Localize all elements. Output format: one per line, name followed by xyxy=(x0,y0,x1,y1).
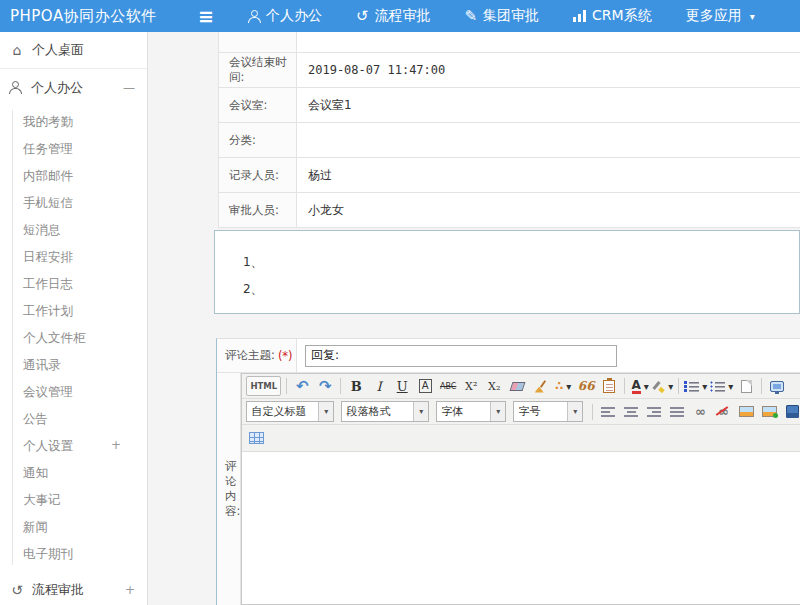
sidebar-item-announcement[interactable]: 公告 xyxy=(0,405,147,432)
sidebar-item-mobile-sms[interactable]: 手机短信 xyxy=(0,189,147,216)
sidebar-item-e-journal[interactable]: 电子期刊 xyxy=(0,540,147,567)
align-right-button[interactable] xyxy=(644,402,664,422)
sidebar-item-work-log[interactable]: 工作日志 xyxy=(0,270,147,297)
html-source-button[interactable]: HTML xyxy=(246,376,281,396)
unordered-list-button[interactable]: ▾ xyxy=(710,376,733,396)
sidebar-item-major-events[interactable]: 大事记 xyxy=(0,486,147,513)
insert-media-button[interactable] xyxy=(782,402,800,422)
sidebar-item-label: 个人办公 xyxy=(31,79,83,97)
nav-label: CRM系统 xyxy=(592,7,652,25)
sidebar-item-personal-office[interactable]: 个人办公 — xyxy=(0,69,147,106)
sidebar-item-notice[interactable]: 通知 xyxy=(0,459,147,486)
sidebar-item-news[interactable]: 新闻 xyxy=(0,513,147,540)
sidebar-item-personal-settings[interactable]: 个人设置 + xyxy=(0,432,147,459)
sidebar-item-contacts[interactable]: 通讯录 xyxy=(0,351,147,378)
font-family-select[interactable]: 字体 ▾ xyxy=(436,401,506,422)
font-size-select[interactable]: 字号 ▾ xyxy=(513,401,583,422)
format-painter-button[interactable]: ∴▾ xyxy=(553,376,573,396)
insert-image-button[interactable] xyxy=(736,402,756,422)
sidebar-item-schedule[interactable]: 日程安排 xyxy=(0,243,147,270)
insert-link-button[interactable]: ∞ xyxy=(690,402,710,422)
new-page-button[interactable] xyxy=(736,376,756,396)
justify-button[interactable] xyxy=(667,402,687,422)
sidebar-item-workflow-approval[interactable]: ↺ 流程审批 + xyxy=(0,571,147,605)
link-icon: ∞ xyxy=(695,404,706,419)
autotypeset-button[interactable]: A xyxy=(415,376,435,396)
field-label: 记录人员: xyxy=(219,158,297,192)
form-row-category: 分类: xyxy=(219,123,800,158)
broom-icon xyxy=(534,380,547,393)
sidebar-item-task-management[interactable]: 任务管理 xyxy=(0,135,147,162)
app-logo: PHPOA协同办公软件 xyxy=(0,7,170,26)
undo-icon: ↶ xyxy=(296,377,309,395)
comment-content-label: 评论内容: xyxy=(217,373,241,605)
image-add-icon xyxy=(762,406,777,417)
sidebar-item-work-plan[interactable]: 工作计划 xyxy=(0,297,147,324)
blockquote-button[interactable]: 66 xyxy=(576,376,596,396)
unlink-icon: ∞ xyxy=(718,404,729,419)
redo-button[interactable]: ↷ xyxy=(315,376,335,396)
field-value xyxy=(297,339,800,372)
field-label: 会议结束时间: xyxy=(219,53,297,87)
paragraph-format-select[interactable]: 段落格式 ▾ xyxy=(341,401,429,422)
sidebar-item-my-attendance[interactable]: 我的考勤 xyxy=(0,108,147,135)
remove-format-button[interactable] xyxy=(507,376,527,396)
main-content: 会议结束时间: 2019-08-07 11:47:00 会议室: 会议室1 分类… xyxy=(149,32,800,605)
media-icon xyxy=(786,405,799,418)
toolbar-separator xyxy=(340,378,341,394)
hamburger-menu-icon[interactable]: ≡ xyxy=(198,7,214,26)
insert-table-button[interactable] xyxy=(246,428,266,448)
fullscreen-button[interactable] xyxy=(767,376,787,396)
superscript-button[interactable]: X² xyxy=(461,376,481,396)
sidebar-item-internal-mail[interactable]: 内部邮件 xyxy=(0,162,147,189)
sidebar-item-personal-desktop[interactable]: ⌂ 个人桌面 xyxy=(0,32,147,69)
format-painter-icon: ∴ xyxy=(555,379,563,393)
justify-icon xyxy=(670,407,684,417)
sidebar-item-meeting-management[interactable]: 会议管理 xyxy=(0,378,147,405)
chevron-down-icon: ▾ xyxy=(566,381,571,392)
paste-from-word-button[interactable] xyxy=(599,376,619,396)
highlight-color-button[interactable]: ▾ xyxy=(653,376,673,396)
nav-workflow-approval[interactable]: ↺ 流程审批 xyxy=(356,7,431,25)
bold-button[interactable]: B xyxy=(346,376,366,396)
font-color-icon: A xyxy=(632,379,641,394)
chevron-down-icon: ▾ xyxy=(413,402,428,421)
select-value: 自定义标题 xyxy=(247,404,310,419)
nav-more-apps[interactable]: 更多应用 ▾ xyxy=(686,7,755,25)
remove-link-button[interactable]: ∞ xyxy=(713,402,733,422)
expand-icon[interactable]: + xyxy=(125,583,135,597)
expand-icon[interactable]: + xyxy=(111,432,121,459)
underline-button[interactable]: U xyxy=(392,376,412,396)
upload-image-button[interactable] xyxy=(759,402,779,422)
italic-button[interactable]: I xyxy=(369,376,389,396)
subscript-button[interactable]: X₂ xyxy=(484,376,504,396)
strikethrough-button[interactable]: ABC xyxy=(438,376,458,396)
editor-content-area[interactable] xyxy=(242,452,800,604)
align-left-button[interactable] xyxy=(598,402,618,422)
chevron-down-icon: ▾ xyxy=(728,381,733,392)
workflow-icon: ↺ xyxy=(9,582,25,598)
sidebar-item-personal-file-cabinet[interactable]: 个人文件柜 xyxy=(0,324,147,351)
align-left-icon xyxy=(601,407,615,417)
unordered-list-icon xyxy=(710,381,725,392)
nav-group-approval[interactable]: ✎ 集团审批 xyxy=(465,7,540,25)
undo-button[interactable]: ↶ xyxy=(292,376,312,396)
font-color-button[interactable]: A▾ xyxy=(630,376,650,396)
chevron-down-icon: ▾ xyxy=(318,402,333,421)
nav-crm-system[interactable]: CRM系统 xyxy=(573,7,652,25)
heading-select[interactable]: 自定义标题 ▾ xyxy=(246,401,334,422)
collapse-icon[interactable]: — xyxy=(123,81,135,95)
sidebar-item-short-message[interactable]: 短消息 xyxy=(0,216,147,243)
chevron-down-icon: ▾ xyxy=(750,11,755,22)
meeting-notes-box: 1、 2、 xyxy=(214,230,800,314)
ordered-list-button[interactable]: ▾ xyxy=(684,376,707,396)
toolbar-separator xyxy=(678,378,679,394)
align-center-button[interactable] xyxy=(621,402,641,422)
clipboard-icon xyxy=(603,380,615,393)
topbar: PHPOA协同办公软件 ≡ 个人办公 ↺ 流程审批 ✎ 集团审批 CRM系统 更… xyxy=(0,0,800,32)
comment-subject-input[interactable] xyxy=(305,345,617,367)
comment-subject-label: 评论主题: xyxy=(225,348,275,363)
clear-html-button[interactable] xyxy=(530,376,550,396)
field-label: 评论主题: (*) xyxy=(217,339,297,372)
nav-personal-office[interactable]: 个人办公 xyxy=(248,7,322,25)
